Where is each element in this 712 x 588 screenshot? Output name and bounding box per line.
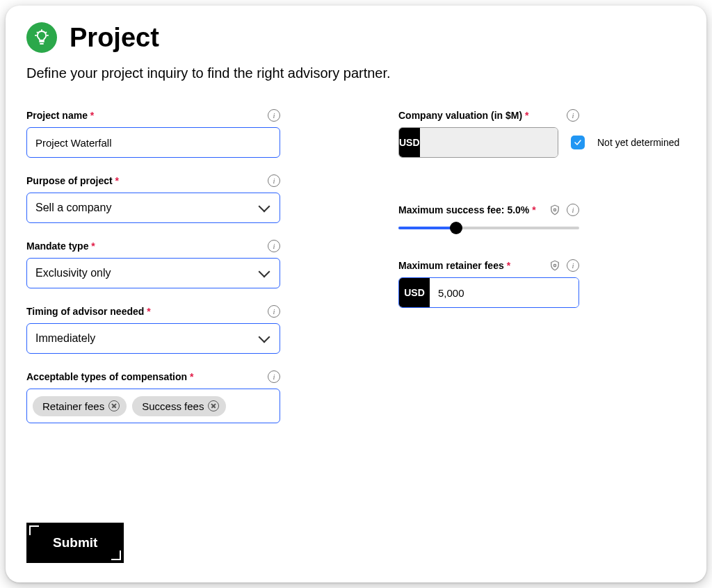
purpose-label: Purpose of project * [26,175,119,186]
lightbulb-icon [26,22,57,53]
decorative-corner [29,525,39,535]
right-column: Company valuation (in $M) * i USD [398,109,579,440]
success-fee-slider[interactable] [398,222,579,234]
slider-thumb[interactable] [450,222,462,234]
remove-tag-icon[interactable] [208,400,219,411]
submit-button[interactable]: Submit [26,523,124,563]
not-determined-checkbox[interactable] [571,136,585,149]
info-icon[interactable]: i [567,204,579,216]
compensation-field: Acceptable types of compensation * i Ret… [26,370,280,423]
page-title: Project [70,23,159,53]
left-column: Project name * i Purpose of project * i [26,109,280,440]
retainer-fee-input[interactable]: USD [398,277,579,308]
valuation-input[interactable]: USD [398,127,558,158]
svg-rect-1 [554,265,556,267]
chevron-down-icon [259,332,270,343]
timing-select[interactable]: Immediately [26,323,280,354]
currency-prefix: USD [399,278,430,307]
compensation-tag-retainer: Retainer fees [33,396,127,416]
chevron-down-icon [259,201,270,213]
mandate-type-label: Mandate type * [26,240,95,252]
compensation-tag-success: Success fees [132,396,226,416]
info-icon[interactable]: i [567,109,579,122]
purpose-select[interactable]: Sell a company [26,193,280,223]
project-name-input[interactable] [26,127,280,158]
currency-prefix: USD [399,128,420,157]
valuation-amount-input [420,128,558,157]
retainer-amount-input[interactable] [430,278,578,307]
info-icon[interactable]: i [268,305,280,318]
svg-rect-0 [554,209,556,211]
page-subtitle: Define your project inquiry to find the … [26,65,686,81]
info-icon[interactable]: i [567,259,579,272]
card-header: Project [26,22,686,53]
shield-icon [549,259,561,272]
purpose-field: Purpose of project * i Sell a company [26,174,280,223]
timing-label: Timing of advisor needed * [26,306,151,317]
info-icon[interactable]: i [268,109,280,122]
timing-field: Timing of advisor needed * i Immediately [26,305,280,354]
success-fee-field: Maximum success fee: 5.0% * i [398,204,579,234]
retainer-fee-field: Maximum retainer fees * i USD [398,259,579,308]
success-fee-label: Maximum success fee: 5.0% * [398,204,536,215]
not-determined-label: Not yet determined [597,137,679,148]
compensation-multiselect[interactable]: Retainer fees Success fees [26,389,280,423]
valuation-label: Company valuation (in $M) * [398,110,528,121]
mandate-type-field: Mandate type * i Exclusivity only [26,240,280,288]
info-icon[interactable]: i [268,174,280,187]
shield-icon [549,204,561,216]
decorative-corner [111,550,121,560]
remove-tag-icon[interactable] [108,400,120,411]
project-form-card: Project Define your project inquiry to f… [6,6,706,582]
info-icon[interactable]: i [268,240,280,252]
project-name-label: Project name * [26,110,94,121]
info-icon[interactable]: i [268,370,280,383]
mandate-type-select[interactable]: Exclusivity only [26,258,280,288]
valuation-field: Company valuation (in $M) * i USD [398,109,579,158]
retainer-fee-label: Maximum retainer fees * [398,260,510,271]
chevron-down-icon [259,266,270,278]
compensation-label: Acceptable types of compensation * [26,371,193,382]
project-name-field: Project name * i [26,109,280,158]
